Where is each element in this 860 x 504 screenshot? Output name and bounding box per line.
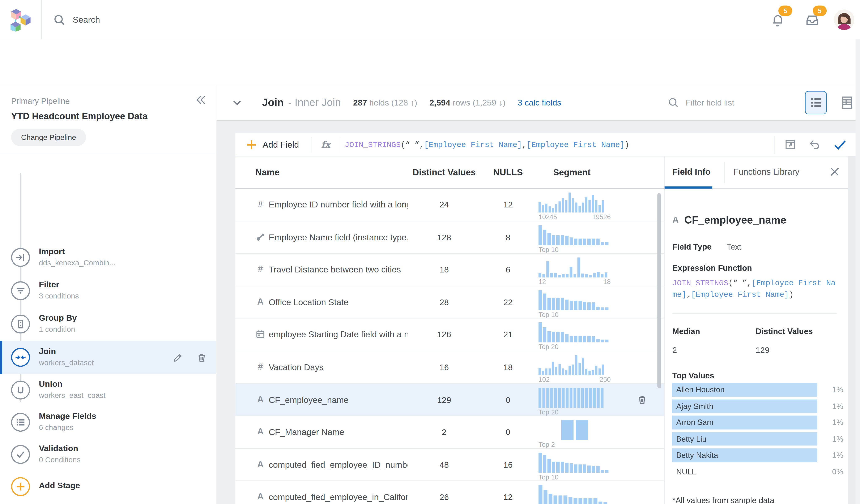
histogram-bar bbox=[552, 298, 555, 310]
open-in-window-icon[interactable] bbox=[785, 139, 796, 150]
histogram-bar bbox=[599, 502, 602, 504]
column-header-distinct-values[interactable]: Distinct Values bbox=[411, 167, 477, 178]
change-pipeline-button[interactable]: Change Pipeline bbox=[11, 129, 86, 146]
tab-field-info[interactable]: Field Info bbox=[672, 167, 711, 177]
segment-histogram bbox=[539, 388, 611, 407]
apply-formula-check-icon[interactable] bbox=[833, 138, 847, 151]
avatar[interactable] bbox=[834, 10, 855, 30]
histogram-bar bbox=[577, 388, 580, 407]
histogram-bar bbox=[558, 388, 561, 407]
delete-field-trash-icon[interactable] bbox=[637, 394, 647, 405]
column-header-segment[interactable]: Segment bbox=[539, 167, 605, 178]
global-search[interactable]: Search bbox=[53, 13, 100, 27]
histogram-bar bbox=[561, 461, 564, 473]
grid-view-toggle[interactable] bbox=[836, 91, 858, 114]
segment-caption-left: Top 2 bbox=[539, 441, 555, 448]
histogram-bar bbox=[539, 388, 541, 407]
nulls-count: 18 bbox=[483, 362, 533, 372]
column-header-nulls[interactable]: NULLS bbox=[483, 167, 533, 178]
top-value-name: Betty Liu bbox=[676, 434, 706, 443]
histogram-bar bbox=[578, 499, 583, 504]
histogram-bar bbox=[562, 274, 564, 278]
sidebar-stage-validation[interactable]: Validation0 Conditions bbox=[0, 438, 216, 471]
median-stat: Median 2 bbox=[672, 327, 756, 354]
table-row[interactable]: #Employee ID number field with a long...… bbox=[235, 189, 664, 221]
distinct-values: 126 bbox=[411, 330, 477, 339]
instance-type-icon bbox=[255, 232, 266, 242]
table-row[interactable]: ACF_employee_name1290Top 20 bbox=[235, 384, 664, 416]
table-row[interactable]: ACF_Manager Name20Top 2 bbox=[235, 416, 664, 449]
sidebar-stage-group-by[interactable]: Group By1 condition bbox=[0, 308, 216, 341]
segment-caption: 1218 bbox=[539, 278, 611, 286]
sidebar-stage-manage-fields[interactable]: Manage Fields6 changes bbox=[0, 406, 216, 439]
edit-pencil-icon[interactable] bbox=[173, 352, 183, 363]
sidebar-stage-import[interactable]: Importdds_kenexa_Combin... bbox=[0, 241, 216, 274]
table-row[interactable]: employee Starting Date field with a n...… bbox=[235, 319, 664, 351]
field-name: Vacation Days bbox=[269, 362, 407, 372]
inbox-button[interactable]: 5 bbox=[795, 0, 829, 40]
sidebar-stage-add-stage[interactable]: Add Stage bbox=[0, 470, 216, 503]
page-scrollbar[interactable] bbox=[856, 40, 860, 504]
table-scrollbar[interactable] bbox=[657, 193, 661, 388]
formula-bar: Add Field fx JOIN_STRINGS(“ ”,[Employee … bbox=[235, 133, 856, 157]
histogram-bar bbox=[556, 235, 560, 245]
table-row[interactable]: #Vacation Days1618102250 bbox=[235, 351, 664, 384]
close-icon[interactable] bbox=[829, 166, 840, 177]
formula-segment-plain: , bbox=[522, 140, 527, 149]
formula-input[interactable]: JOIN_STRINGS(“ ”,[Employee First Name],[… bbox=[340, 140, 774, 149]
table-row[interactable]: Acomputed_fied_employee_in_Californ...26… bbox=[235, 481, 664, 504]
field-type-row: Field Type Text bbox=[672, 242, 839, 251]
sidebar-stage-filter[interactable]: Filter3 conditions bbox=[0, 274, 216, 308]
histogram-bar bbox=[597, 272, 600, 278]
panel-scrollbar[interactable] bbox=[848, 157, 856, 504]
distinct-values: 16 bbox=[411, 362, 477, 372]
calc-fields-link[interactable]: 3 calc fields bbox=[518, 98, 561, 107]
histogram-bar bbox=[544, 490, 547, 504]
collapse-sidebar-button[interactable] bbox=[196, 94, 206, 105]
column-header-name[interactable]: Name bbox=[255, 167, 280, 178]
histogram-bar bbox=[561, 420, 574, 440]
formula-segment-field: [Employee First Name] bbox=[527, 140, 625, 149]
tab-functions-library[interactable]: Functions Library bbox=[733, 167, 800, 177]
histogram-bar bbox=[539, 202, 541, 212]
segment-caption-left: Top 10 bbox=[539, 311, 558, 318]
histogram-bar bbox=[565, 370, 568, 375]
formula-segment-plain: ) bbox=[789, 290, 793, 299]
histogram-bar bbox=[546, 388, 549, 407]
histogram-bar bbox=[596, 339, 600, 342]
histogram-bar bbox=[578, 300, 582, 310]
table-row[interactable]: #Travel Distance between two cities18612… bbox=[235, 254, 664, 286]
histogram-bar bbox=[602, 365, 604, 375]
list-view-toggle[interactable] bbox=[805, 91, 827, 114]
histogram-bar bbox=[543, 274, 545, 278]
nulls-count: 12 bbox=[483, 492, 533, 502]
workspace: Add Field fx JOIN_STRINGS(“ ”,[Employee … bbox=[217, 121, 860, 504]
histogram-bar bbox=[552, 235, 555, 245]
panel-tabs: Field Info Functions Library bbox=[664, 157, 856, 189]
histogram-bar bbox=[583, 464, 586, 473]
sidebar-stage-union[interactable]: Unionworkers_east_coast bbox=[0, 373, 216, 407]
field-name: Travel Distance between two cities bbox=[269, 265, 407, 275]
table-row[interactable]: AOffice Location State2822Top 10 bbox=[235, 286, 664, 318]
table-row[interactable]: Acomputed_fied_employee_ID_number...4816… bbox=[235, 449, 664, 481]
date-type-icon bbox=[255, 329, 266, 339]
histogram-bar bbox=[562, 198, 564, 212]
filter-field-list-input[interactable] bbox=[685, 97, 781, 108]
add-field-button[interactable]: Add Field bbox=[235, 139, 311, 150]
histogram-bar bbox=[546, 262, 549, 278]
histogram-bar bbox=[596, 466, 600, 473]
histogram-bar bbox=[576, 420, 588, 440]
sidebar-stage-join[interactable]: Joinworkers_dataset bbox=[0, 341, 216, 374]
histogram-bar bbox=[542, 371, 544, 375]
revert-formula-icon[interactable] bbox=[808, 138, 821, 151]
table-row[interactable]: Employee Name field (instance type...128… bbox=[235, 221, 664, 254]
histogram-bar bbox=[601, 470, 604, 473]
field-name: Employee ID number field with a long... bbox=[269, 200, 407, 210]
segment-caption: Top 10 bbox=[539, 311, 611, 318]
workday-logo-icon[interactable] bbox=[9, 7, 33, 31]
stage-title: Manage Fields bbox=[39, 411, 96, 420]
collapse-stage-chevron-icon[interactable] bbox=[232, 97, 242, 107]
histogram-bar bbox=[592, 370, 594, 375]
notifications-button[interactable]: 5 bbox=[761, 0, 795, 40]
delete-trash-icon[interactable] bbox=[197, 352, 207, 363]
